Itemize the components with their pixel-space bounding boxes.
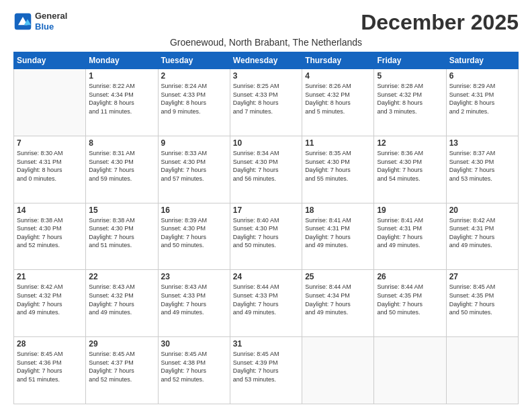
day-number: 5	[377, 71, 443, 81]
day-number: 20	[449, 205, 515, 215]
header-monday: Monday	[86, 52, 158, 69]
day-number: 31	[233, 339, 299, 349]
calendar-cell: 21Sunrise: 8:42 AM Sunset: 4:32 PM Dayli…	[14, 270, 86, 337]
calendar-cell: 27Sunrise: 8:45 AM Sunset: 4:35 PM Dayli…	[446, 270, 518, 337]
calendar-cell: 29Sunrise: 8:45 AM Sunset: 4:37 PM Dayli…	[86, 337, 158, 404]
day-number: 1	[89, 71, 154, 81]
calendar-cell: 8Sunrise: 8:31 AM Sunset: 4:30 PM Daylig…	[86, 136, 158, 203]
calendar-cell: 26Sunrise: 8:44 AM Sunset: 4:35 PM Dayli…	[374, 270, 446, 337]
day-number: 22	[89, 272, 154, 281]
day-number: 19	[377, 205, 443, 215]
calendar-cell: 16Sunrise: 8:39 AM Sunset: 4:30 PM Dayli…	[158, 203, 230, 270]
cell-info: Sunrise: 8:45 AM Sunset: 4:38 PM Dayligh…	[161, 350, 227, 383]
calendar-cell	[302, 337, 374, 404]
calendar-cell: 3Sunrise: 8:25 AM Sunset: 4:33 PM Daylig…	[230, 69, 302, 136]
day-number: 26	[377, 272, 443, 281]
cell-info: Sunrise: 8:33 AM Sunset: 4:30 PM Dayligh…	[161, 149, 227, 183]
calendar-cell: 2Sunrise: 8:24 AM Sunset: 4:33 PM Daylig…	[158, 69, 230, 136]
day-number: 4	[305, 71, 371, 81]
cell-info: Sunrise: 8:44 AM Sunset: 4:34 PM Dayligh…	[305, 283, 371, 316]
cell-info: Sunrise: 8:37 AM Sunset: 4:30 PM Dayligh…	[449, 149, 515, 183]
cell-info: Sunrise: 8:45 AM Sunset: 4:36 PM Dayligh…	[17, 350, 83, 383]
calendar-cell: 31Sunrise: 8:45 AM Sunset: 4:39 PM Dayli…	[230, 337, 302, 404]
header-friday: Friday	[374, 52, 446, 69]
header-sunday: Sunday	[14, 52, 86, 69]
cell-info: Sunrise: 8:43 AM Sunset: 4:33 PM Dayligh…	[161, 283, 227, 316]
calendar-week-0: 1Sunrise: 8:22 AM Sunset: 4:34 PM Daylig…	[14, 69, 519, 136]
calendar-cell: 19Sunrise: 8:41 AM Sunset: 4:31 PM Dayli…	[374, 203, 446, 270]
cell-info: Sunrise: 8:40 AM Sunset: 4:30 PM Dayligh…	[233, 216, 299, 250]
calendar-cell: 24Sunrise: 8:44 AM Sunset: 4:33 PM Dayli…	[230, 270, 302, 337]
calendar-cell: 20Sunrise: 8:42 AM Sunset: 4:31 PM Dayli…	[446, 203, 518, 270]
calendar-week-3: 21Sunrise: 8:42 AM Sunset: 4:32 PM Dayli…	[14, 270, 519, 337]
month-title: December 2025	[361, 11, 519, 34]
logo-general: General	[35, 11, 67, 21]
logo-icon	[13, 12, 32, 31]
cell-info: Sunrise: 8:30 AM Sunset: 4:31 PM Dayligh…	[17, 149, 83, 183]
day-number: 29	[89, 339, 154, 349]
calendar-cell: 17Sunrise: 8:40 AM Sunset: 4:30 PM Dayli…	[230, 203, 302, 270]
cell-info: Sunrise: 8:26 AM Sunset: 4:32 PM Dayligh…	[305, 82, 371, 116]
logo: General Blue	[13, 11, 67, 32]
day-number: 9	[161, 138, 227, 148]
calendar-cell: 7Sunrise: 8:30 AM Sunset: 4:31 PM Daylig…	[14, 136, 86, 203]
calendar-week-4: 28Sunrise: 8:45 AM Sunset: 4:36 PM Dayli…	[14, 337, 519, 404]
day-number: 7	[17, 138, 83, 148]
calendar-cell	[374, 337, 446, 404]
cell-info: Sunrise: 8:31 AM Sunset: 4:30 PM Dayligh…	[89, 149, 154, 183]
day-number: 24	[233, 272, 299, 281]
day-number: 15	[89, 205, 154, 215]
day-number: 12	[377, 138, 443, 148]
cell-info: Sunrise: 8:45 AM Sunset: 4:35 PM Dayligh…	[449, 283, 515, 316]
cell-info: Sunrise: 8:25 AM Sunset: 4:33 PM Dayligh…	[233, 82, 299, 116]
day-number: 21	[17, 272, 83, 281]
day-number: 3	[233, 71, 299, 81]
header-saturday: Saturday	[446, 52, 518, 69]
cell-info: Sunrise: 8:45 AM Sunset: 4:39 PM Dayligh…	[233, 350, 299, 383]
cell-info: Sunrise: 8:38 AM Sunset: 4:30 PM Dayligh…	[17, 216, 83, 250]
calendar-cell: 15Sunrise: 8:38 AM Sunset: 4:30 PM Dayli…	[86, 203, 158, 270]
cell-info: Sunrise: 8:44 AM Sunset: 4:33 PM Dayligh…	[233, 283, 299, 316]
calendar-cell: 23Sunrise: 8:43 AM Sunset: 4:33 PM Dayli…	[158, 270, 230, 337]
day-number: 28	[17, 339, 83, 349]
day-number: 27	[449, 272, 515, 281]
calendar-week-1: 7Sunrise: 8:30 AM Sunset: 4:31 PM Daylig…	[14, 136, 519, 203]
calendar-cell: 30Sunrise: 8:45 AM Sunset: 4:38 PM Dayli…	[158, 337, 230, 404]
cell-info: Sunrise: 8:42 AM Sunset: 4:31 PM Dayligh…	[449, 216, 515, 250]
cell-info: Sunrise: 8:41 AM Sunset: 4:31 PM Dayligh…	[305, 216, 371, 250]
header-wednesday: Wednesday	[230, 52, 302, 69]
calendar-cell	[14, 69, 86, 136]
calendar-cell: 6Sunrise: 8:29 AM Sunset: 4:31 PM Daylig…	[446, 69, 518, 136]
calendar-cell: 28Sunrise: 8:45 AM Sunset: 4:36 PM Dayli…	[14, 337, 86, 404]
cell-info: Sunrise: 8:29 AM Sunset: 4:31 PM Dayligh…	[449, 82, 515, 116]
cell-info: Sunrise: 8:44 AM Sunset: 4:35 PM Dayligh…	[377, 283, 443, 316]
calendar-cell	[446, 337, 518, 404]
day-number: 13	[449, 138, 515, 148]
cell-info: Sunrise: 8:24 AM Sunset: 4:33 PM Dayligh…	[161, 82, 227, 116]
cell-info: Sunrise: 8:36 AM Sunset: 4:30 PM Dayligh…	[377, 149, 443, 183]
calendar-cell: 18Sunrise: 8:41 AM Sunset: 4:31 PM Dayli…	[302, 203, 374, 270]
header: General Blue December 2025	[13, 11, 519, 34]
day-number: 30	[161, 339, 227, 349]
title-block: December 2025	[361, 11, 519, 34]
calendar-cell: 12Sunrise: 8:36 AM Sunset: 4:30 PM Dayli…	[374, 136, 446, 203]
page: General Blue December 2025 Groenewoud, N…	[0, 0, 532, 411]
day-number: 25	[305, 272, 371, 281]
day-number: 23	[161, 272, 227, 281]
day-number: 16	[161, 205, 227, 215]
cell-info: Sunrise: 8:28 AM Sunset: 4:32 PM Dayligh…	[377, 82, 443, 116]
subtitle: Groenewoud, North Brabant, The Netherlan…	[13, 37, 519, 48]
cell-info: Sunrise: 8:38 AM Sunset: 4:30 PM Dayligh…	[89, 216, 154, 250]
cell-info: Sunrise: 8:35 AM Sunset: 4:30 PM Dayligh…	[305, 149, 371, 183]
calendar-cell: 13Sunrise: 8:37 AM Sunset: 4:30 PM Dayli…	[446, 136, 518, 203]
calendar-cell: 1Sunrise: 8:22 AM Sunset: 4:34 PM Daylig…	[86, 69, 158, 136]
cell-info: Sunrise: 8:34 AM Sunset: 4:30 PM Dayligh…	[233, 149, 299, 183]
day-number: 17	[233, 205, 299, 215]
logo-blue: Blue	[35, 21, 67, 32]
calendar-table: Sunday Monday Tuesday Wednesday Thursday…	[13, 52, 519, 404]
calendar-cell: 10Sunrise: 8:34 AM Sunset: 4:30 PM Dayli…	[230, 136, 302, 203]
cell-info: Sunrise: 8:42 AM Sunset: 4:32 PM Dayligh…	[17, 283, 83, 316]
header-thursday: Thursday	[302, 52, 374, 69]
calendar-cell: 25Sunrise: 8:44 AM Sunset: 4:34 PM Dayli…	[302, 270, 374, 337]
day-number: 6	[449, 71, 515, 81]
